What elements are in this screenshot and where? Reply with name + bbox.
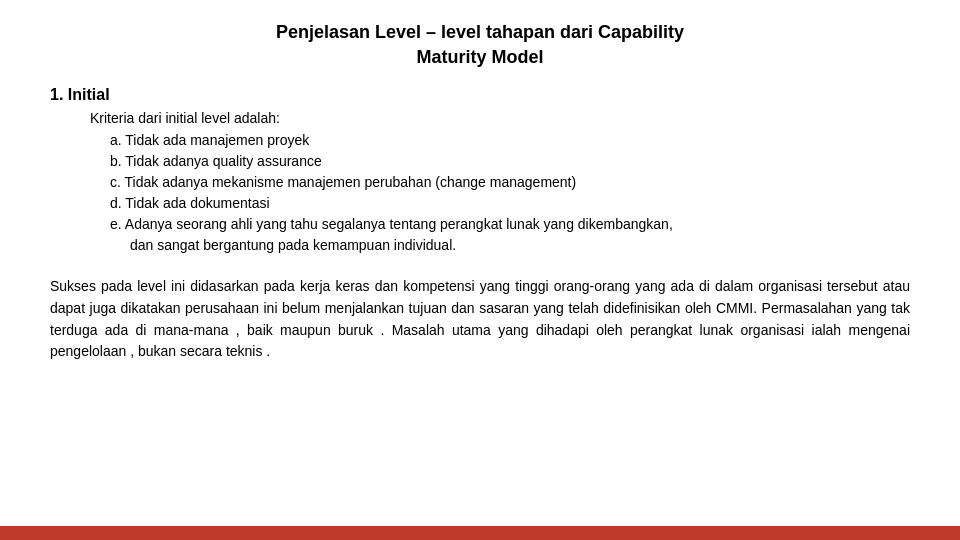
- item-label-c: c.: [110, 174, 121, 190]
- list-item: c. Tidak adanya mekanisme manajemen peru…: [110, 172, 910, 193]
- item-label-e: e.: [110, 216, 122, 232]
- list-item: b. Tidak adanya quality assurance: [110, 151, 910, 172]
- item-text-e: Adanya seorang ahli yang tahu segalanya …: [125, 216, 673, 232]
- title-line1: Penjelasan Level – level tahapan dari Ca…: [276, 22, 684, 42]
- paragraph-section: Sukses pada level ini didasarkan pada ke…: [50, 276, 910, 363]
- item-label-b: b.: [110, 153, 122, 169]
- item-label-a: a.: [110, 132, 122, 148]
- bottom-bar: [0, 526, 960, 540]
- main-title: Penjelasan Level – level tahapan dari Ca…: [50, 20, 910, 70]
- criteria-intro: Kriteria dari initial level adalah:: [90, 110, 910, 126]
- list-item-e-cont: dan sangat bergantung pada kemampuan ind…: [130, 235, 910, 256]
- item-text-a: Tidak ada manajemen proyek: [125, 132, 309, 148]
- list-item-e: e. Adanya seorang ahli yang tahu segalan…: [110, 214, 910, 235]
- item-label-d: d.: [110, 195, 122, 211]
- item-text-d: Tidak ada dokumentasi: [125, 195, 269, 211]
- item-text-c: Tidak adanya mekanisme manajemen perubah…: [125, 174, 577, 190]
- content-area: Penjelasan Level – level tahapan dari Ca…: [0, 0, 960, 540]
- criteria-list: a. Tidak ada manajemen proyek b. Tidak a…: [110, 130, 910, 256]
- section-heading: 1. Initial: [50, 86, 910, 104]
- title-line2: Maturity Model: [416, 47, 543, 67]
- slide-container: Penjelasan Level – level tahapan dari Ca…: [0, 0, 960, 540]
- item-text-e-cont: dan sangat bergantung pada kemampuan ind…: [130, 237, 456, 253]
- list-item: d. Tidak ada dokumentasi: [110, 193, 910, 214]
- list-item: a. Tidak ada manajemen proyek: [110, 130, 910, 151]
- item-text-b: Tidak adanya quality assurance: [125, 153, 321, 169]
